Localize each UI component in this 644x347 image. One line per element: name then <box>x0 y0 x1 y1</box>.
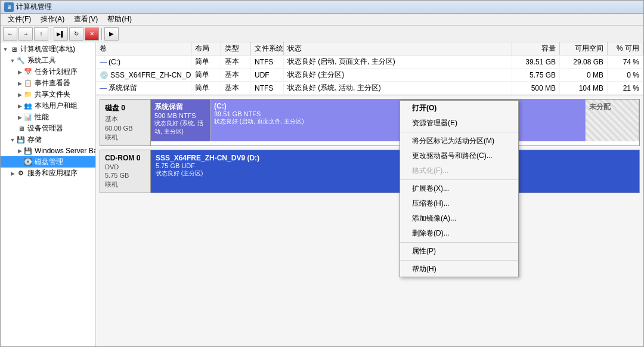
services-label: 服务和应用程序 <box>27 168 78 178</box>
menu-help[interactable]: 帮助(H) <box>103 13 137 26</box>
content-area: 卷 布局 类型 文件系统 状态 容量 可用空间 % 可用 — (C:) <box>96 42 643 346</box>
cdrom0-type: DVD <box>105 163 145 171</box>
main-area: ▼ 🖥 计算机管理(本地) ▼ 🔧 系统工具 ▶ 📅 任务计划程序 ▶ 📋 事件… <box>1 42 643 346</box>
disk0-partitions: 系统保留 500 MB NTFS 状态良好 (系统, 活动, 主分区) (C:)… <box>151 100 639 141</box>
cdrom0-size: 5.75 GB <box>105 172 145 179</box>
forward-button[interactable]: → <box>18 27 33 41</box>
sysres-name: 系统保留 <box>154 102 206 112</box>
sidebar: ▼ 🖥 计算机管理(本地) ▼ 🔧 系统工具 ▶ 📅 任务计划程序 ▶ 📋 事件… <box>1 42 96 346</box>
sidebar-item-shared-folders[interactable]: ▶ 📁 共享文件夹 <box>1 89 95 100</box>
partition-c-drive[interactable]: (C:) 39.51 GB NTFS 状态良好 (启动, 页面文件, 主分区) <box>210 100 586 141</box>
sidebar-item-performance[interactable]: ▶ 📊 性能 <box>1 111 95 123</box>
ctx-extend[interactable]: 扩展卷(X)... <box>400 181 518 196</box>
partition-unallocated[interactable]: 未分配 <box>586 100 639 141</box>
event-icon: 📋 <box>23 79 33 88</box>
device-toggle <box>9 125 16 132</box>
root-label: 计算机管理(本地) <box>20 44 75 54</box>
event-label: 事件查看器 <box>35 78 70 88</box>
cdrom0-status: 联机 <box>105 180 145 189</box>
ctx-properties[interactable]: 属性(P) <box>400 244 518 259</box>
ctx-sep-3 <box>400 242 518 243</box>
row0-status: 状态良好 (启动, 页面文件, 主分区) <box>284 55 512 68</box>
services-toggle[interactable]: ▶ <box>9 170 16 177</box>
sidebar-item-disk-management[interactable]: 💽 磁盘管理 <box>1 156 95 168</box>
th-free[interactable]: 可用空间 <box>560 42 608 55</box>
sidebar-item-winserver-backup[interactable]: ▶ 💾 Windows Server Back <box>1 145 95 156</box>
perf-toggle[interactable]: ▶ <box>16 114 23 121</box>
ctx-shrink[interactable]: 压缩卷(H)... <box>400 196 518 211</box>
sidebar-item-system-tools[interactable]: ▼ 🔧 系统工具 <box>1 55 95 66</box>
storage-label: 存储 <box>27 135 42 145</box>
row1-cap: 5.75 GB <box>512 70 560 80</box>
row0-free: 29.08 GB <box>560 57 608 67</box>
row0-type: 基本 <box>221 55 251 68</box>
sidebar-item-device-manager[interactable]: 🖥 设备管理器 <box>1 123 95 134</box>
refresh-button[interactable]: ↻ <box>69 27 83 41</box>
sidebar-item-task-scheduler[interactable]: ▶ 📅 任务计划程序 <box>1 66 95 78</box>
system-tools-icon: 🔧 <box>16 56 26 66</box>
menu-file[interactable]: 文件(F) <box>3 13 36 26</box>
play-button[interactable]: ▶ <box>104 27 119 41</box>
th-vol[interactable]: 卷 <box>96 42 191 55</box>
th-status[interactable]: 状态 <box>284 42 512 55</box>
device-label: 设备管理器 <box>27 123 63 134</box>
show-hide-button[interactable]: ▶▌ <box>54 27 68 41</box>
ctx-explorer[interactable]: 资源管理器(E) <box>400 116 518 131</box>
task-toggle[interactable]: ▶ <box>16 69 23 76</box>
ctx-help[interactable]: 帮助(H) <box>400 262 518 277</box>
row0-vol: — (C:) <box>96 57 191 67</box>
up-button[interactable]: ↑ <box>34 27 48 41</box>
cdrom0-partition[interactable]: SSS_X64FRE_ZH-CN_DV9 (D:) 5.75 GB UDF 状态… <box>151 150 639 193</box>
sidebar-item-local-users[interactable]: ▶ 👥 本地用户和组 <box>1 100 95 111</box>
th-pct[interactable]: % 可用 <box>608 42 643 55</box>
task-label: 任务计划程序 <box>35 67 78 77</box>
ctx-change-drive[interactable]: 更改驱动器号和路径(C)... <box>400 148 518 163</box>
menu-action[interactable]: 操作(A) <box>36 13 69 26</box>
ctx-add-mirror[interactable]: 添加镜像(A)... <box>400 211 518 226</box>
event-toggle[interactable]: ▶ <box>16 80 23 87</box>
table-row[interactable]: 💿 SSS_X64FRE_ZH-CN_DV9 (D:) 简单 基本 UDF 状态… <box>96 69 643 82</box>
th-layout[interactable]: 布局 <box>191 42 221 55</box>
root-toggle[interactable]: ▼ <box>2 46 9 53</box>
row2-layout: 简单 <box>191 82 221 94</box>
table-row[interactable]: — (C:) 简单 基本 NTFS 状态良好 (启动, 页面文件, 主分区) 3… <box>96 55 643 69</box>
system-tools-toggle[interactable]: ▼ <box>9 57 16 64</box>
users-icon: 👥 <box>23 101 33 111</box>
shared-toggle[interactable]: ▶ <box>16 91 23 98</box>
th-fs[interactable]: 文件系统 <box>251 42 284 55</box>
table-row[interactable]: — 系统保留 简单 基本 NTFS 状态良好 (系统, 活动, 主分区) 500… <box>96 82 643 95</box>
unalloc-name: 未分配 <box>589 102 635 112</box>
ctx-mark-active[interactable]: 将分区标记为活动分区(M) <box>400 134 518 148</box>
toolbar-separator-2 <box>101 28 102 40</box>
disk-table-header: 卷 布局 类型 文件系统 状态 容量 可用空间 % 可用 <box>96 42 643 55</box>
users-toggle[interactable]: ▶ <box>16 103 23 110</box>
diskmgmt-toggle <box>16 159 23 166</box>
storage-toggle[interactable]: ▼ <box>9 137 16 144</box>
ctx-delete-vol[interactable]: 删除卷(D)... <box>400 226 518 241</box>
sidebar-item-services[interactable]: ▶ ⚙ 服务和应用程序 <box>1 168 95 179</box>
close-button[interactable]: ✕ <box>85 27 99 41</box>
th-cap[interactable]: 容量 <box>512 42 560 55</box>
cdrive-status: 状态良好 (启动, 页面文件, 主分区) <box>214 117 581 126</box>
ctx-open[interactable]: 打开(O) <box>400 101 518 116</box>
disk0-label: 磁盘 0 基本 60.00 GB 联机 <box>100 100 151 145</box>
storage-icon: 💾 <box>16 135 26 145</box>
menu-view[interactable]: 查看(V) <box>69 13 103 26</box>
sidebar-item-event-viewer[interactable]: ▶ 📋 事件查看器 <box>1 78 95 89</box>
sidebar-item-storage[interactable]: ▼ 💾 存储 <box>1 134 95 145</box>
sidebar-root[interactable]: ▼ 🖥 计算机管理(本地) <box>1 44 95 55</box>
title-bar: 🖥 计算机管理 <box>1 1 643 14</box>
disk-icon-2: — <box>100 84 107 92</box>
row0-cap: 39.51 GB <box>512 57 560 67</box>
main-window: 🖥 计算机管理 文件(F) 操作(A) 查看(V) 帮助(H) ← → ↑ ▶▌… <box>0 0 644 347</box>
row0-layout: 简单 <box>191 55 221 68</box>
window-icon: 🖥 <box>4 2 14 12</box>
backup-toggle[interactable]: ▶ <box>16 147 23 154</box>
cdrom0-block: CD-ROM 0 DVD 5.75 GB 联机 SSS_X64FRE_ZH-CN… <box>100 150 640 193</box>
services-icon: ⚙ <box>16 169 26 178</box>
back-button[interactable]: ← <box>3 27 17 41</box>
partition-sys-reserved[interactable]: 系统保留 500 MB NTFS 状态良好 (系统, 活动, 主分区) <box>151 100 210 141</box>
diskmgmt-icon: 💽 <box>23 157 33 167</box>
cdrive-name: (C:) <box>214 102 581 110</box>
th-type[interactable]: 类型 <box>221 42 251 55</box>
